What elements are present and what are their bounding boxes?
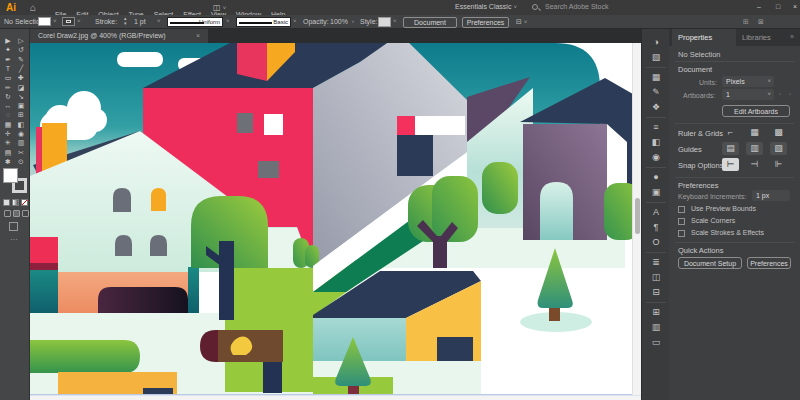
artboards-icon[interactable]: ◫ bbox=[642, 270, 670, 285]
scale-tool[interactable]: ↘ bbox=[15, 92, 27, 101]
hand-tool[interactable]: ✱ bbox=[2, 157, 14, 166]
panel-collapse-icon[interactable]: » bbox=[790, 33, 794, 40]
direct-selection-tool[interactable]: ▷ bbox=[15, 36, 27, 45]
arrange-documents-icon[interactable]: ⊞ bbox=[743, 18, 749, 26]
blend-tool[interactable]: ◉ bbox=[15, 129, 27, 138]
paragraph-icon[interactable]: ¶ bbox=[642, 220, 670, 235]
stroke-swatch[interactable] bbox=[62, 17, 75, 26]
brush-chevron-icon[interactable]: ˅ bbox=[293, 18, 297, 24]
stroke-width-chevron-icon[interactable]: ˅ bbox=[157, 18, 161, 24]
gradient-tool[interactable]: ◧ bbox=[15, 120, 27, 129]
column-graph-tool[interactable]: ▥ bbox=[15, 138, 27, 147]
canvas-area[interactable] bbox=[30, 43, 641, 400]
tab-close-icon[interactable]: × bbox=[196, 32, 200, 39]
character-icon[interactable]: A bbox=[642, 205, 670, 220]
units-dropdown[interactable]: Pixels˅ bbox=[722, 76, 774, 87]
more-tools-icon[interactable]: … bbox=[10, 233, 18, 242]
opentype-icon[interactable]: O bbox=[642, 235, 670, 250]
fill-swatch[interactable] bbox=[38, 17, 51, 26]
close-button[interactable]: × bbox=[793, 3, 797, 10]
type-tool[interactable]: T bbox=[2, 64, 14, 73]
brushes-icon[interactable]: ✎ bbox=[642, 85, 670, 100]
opacity-value[interactable]: 100% bbox=[330, 18, 348, 25]
grid-icon[interactable]: ▦ bbox=[746, 126, 763, 139]
style-chevron-icon[interactable]: ˅ bbox=[393, 18, 397, 24]
workspace-switcher[interactable]: Essentials Classic ˅ bbox=[455, 3, 517, 10]
artboard-tool[interactable]: ▤ bbox=[2, 148, 14, 157]
selection-tool[interactable]: ▶ bbox=[2, 36, 14, 45]
profile-chevron-icon[interactable]: ˅ bbox=[226, 18, 230, 24]
search-input[interactable]: Search Adobe Stock bbox=[545, 3, 608, 10]
pathfinder-icon[interactable]: ▥ bbox=[642, 320, 670, 335]
eraser-tool[interactable]: ◪ bbox=[15, 83, 27, 92]
transform-icon[interactable]: ▭ bbox=[642, 335, 670, 350]
vertical-scrollbar[interactable] bbox=[632, 43, 641, 395]
symbol-sprayer-tool[interactable]: ✳ bbox=[2, 138, 14, 147]
zoom-tool[interactable]: ⊙ bbox=[15, 157, 27, 166]
asset-export-icon[interactable]: ⊟ bbox=[642, 285, 670, 300]
tab-libraries[interactable]: Libraries bbox=[742, 33, 771, 42]
transparency-grid-icon[interactable]: ▩ bbox=[770, 126, 787, 139]
keyboard-increments-input[interactable]: 1 px bbox=[752, 190, 790, 201]
fill-chevron-icon[interactable]: ˅ bbox=[53, 18, 57, 24]
pen-tool[interactable]: ✒ bbox=[2, 55, 14, 64]
checkbox-scale-corners[interactable] bbox=[678, 218, 685, 225]
workspace-icon[interactable]: ◫ ˅ bbox=[213, 3, 226, 12]
graphic-styles-icon[interactable]: ▣ bbox=[642, 185, 670, 200]
checkbox-use-preview-bounds[interactable] bbox=[678, 206, 685, 213]
gradient-icon[interactable]: ◧ bbox=[642, 135, 670, 150]
color-icon[interactable]: ◑ bbox=[642, 35, 670, 50]
minimize-button[interactable]: – bbox=[757, 3, 761, 10]
rectangle-tool[interactable]: ▭ bbox=[2, 73, 14, 82]
corner-ruler-icon[interactable]: ⌐ bbox=[722, 126, 739, 139]
canvas-artwork[interactable] bbox=[30, 43, 632, 395]
guides-lock-icon[interactable]: ▤ bbox=[722, 142, 739, 155]
eyedropper-tool[interactable]: ✛ bbox=[2, 129, 14, 138]
free-transform-tool[interactable]: ▣ bbox=[15, 101, 27, 110]
swatches-icon[interactable]: ▦ bbox=[642, 70, 670, 85]
profile-dropdown[interactable]: Uniform bbox=[167, 17, 223, 27]
edit-artboards-button[interactable]: Edit Artboards bbox=[722, 105, 790, 117]
line-segment-tool[interactable]: ╱ bbox=[15, 64, 27, 73]
snap-point-icon[interactable]: ⊣ bbox=[746, 158, 763, 171]
width-tool[interactable]: ↔ bbox=[2, 101, 14, 110]
artboard-up-icon[interactable]: ▫ bbox=[779, 91, 781, 97]
lasso-tool[interactable]: ↺ bbox=[15, 45, 27, 54]
snap-glyph-icon[interactable]: ⊩ bbox=[770, 158, 787, 171]
home-icon[interactable]: ⌂ bbox=[30, 2, 36, 13]
checkbox-scale-strokes-effects[interactable] bbox=[678, 230, 685, 237]
stroke-icon[interactable]: ≡ bbox=[642, 120, 670, 135]
horizontal-scrollbar[interactable] bbox=[30, 395, 641, 400]
fill-color-swatch[interactable] bbox=[3, 168, 18, 183]
symbols-icon[interactable]: ❖ bbox=[642, 100, 670, 115]
preferences-button[interactable]: Preferences bbox=[462, 17, 509, 28]
style-swatch[interactable] bbox=[378, 17, 391, 27]
guides-make-icon[interactable]: ▧ bbox=[770, 142, 787, 155]
document-setup-button[interactable]: Document Setup bbox=[403, 17, 457, 28]
slice-tool[interactable]: ✂ bbox=[15, 148, 27, 157]
rotate-tool[interactable]: ↻ bbox=[2, 92, 14, 101]
guides-show-icon[interactable]: ▥ bbox=[746, 142, 763, 155]
transparency-icon[interactable]: ◉ bbox=[642, 150, 670, 165]
document-setup-action-button[interactable]: Document Setup bbox=[678, 257, 742, 269]
mesh-tool[interactable]: ▦ bbox=[2, 120, 14, 129]
draw-inside-icon[interactable] bbox=[22, 210, 29, 217]
search-icon[interactable] bbox=[532, 4, 538, 10]
screen-mode-icon[interactable] bbox=[9, 222, 18, 231]
curvature-tool[interactable]: ✎ bbox=[15, 55, 27, 64]
draw-normal-icon[interactable] bbox=[4, 210, 11, 217]
maximize-button[interactable]: □ bbox=[776, 3, 780, 10]
artboards-dropdown[interactable]: 1˅ bbox=[722, 89, 774, 100]
stroke-stepper[interactable]: ▴▾ bbox=[124, 16, 127, 26]
color-mode-icon[interactable] bbox=[3, 199, 10, 206]
shaper-tool[interactable]: ✏ bbox=[2, 83, 14, 92]
brush-dropdown[interactable]: Basic bbox=[236, 17, 291, 27]
shape-builder-tool[interactable]: ◌ bbox=[2, 110, 14, 119]
dock-options-icon[interactable]: ⊠ bbox=[758, 18, 764, 26]
none-mode-icon[interactable] bbox=[21, 199, 28, 206]
tab-properties-label[interactable]: Properties bbox=[678, 33, 712, 42]
appearance-icon[interactable]: ● bbox=[642, 170, 670, 185]
paintbrush-tool[interactable]: ✚ bbox=[15, 73, 27, 82]
artboard-down-icon[interactable]: ▫ bbox=[789, 91, 791, 97]
draw-behind-icon[interactable] bbox=[13, 210, 20, 217]
